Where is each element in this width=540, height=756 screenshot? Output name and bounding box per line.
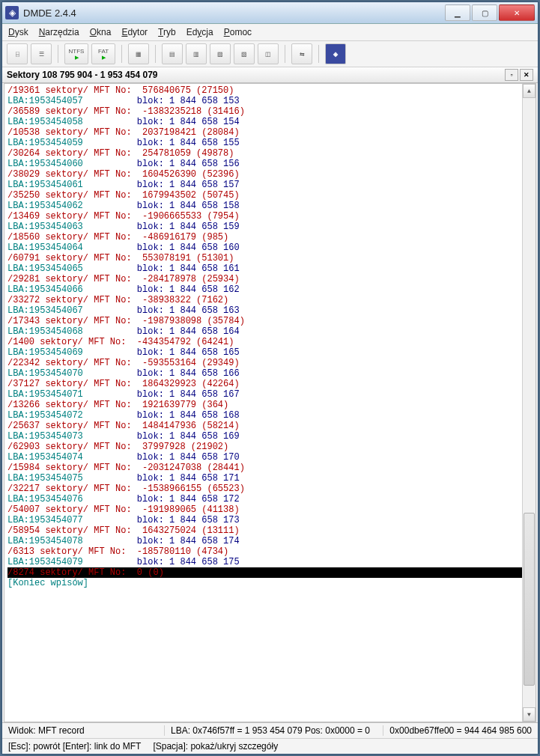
mft-record-lba[interactable]: LBA:1953454068 blok: 1 844 658 164 (7, 326, 533, 337)
separator (121, 45, 122, 63)
ntfs-button[interactable]: NTFS ▶ (64, 43, 88, 64)
mft-record-lba[interactable]: LBA:1953454058 blok: 1 844 658 154 (7, 117, 533, 127)
disk-icon[interactable]: ⌸ (7, 43, 28, 64)
mft-record-header[interactable]: /6313 sektory/ MFT No: -185780110 (4734) (7, 546, 533, 557)
mft-record-lba[interactable]: LBA:1953454066 blok: 1 844 658 162 (7, 284, 533, 295)
status-position: LBA: 0x746f57ff = 1 953 454 079 Pos: 0x0… (165, 725, 383, 736)
mft-record-header[interactable]: /37127 sektory/ MFT No: 1864329923 (4226… (7, 379, 533, 389)
minimize-button[interactable]: ▁ (445, 4, 470, 21)
tool-icon-1[interactable]: ▦ (128, 43, 149, 64)
app-icon: ◈ (5, 6, 19, 19)
mft-record-lba[interactable]: LBA:1953454061 blok: 1 844 658 157 (7, 180, 533, 190)
scroll-down-button[interactable]: ▼ (523, 707, 536, 722)
fat-button[interactable]: FAT ▶ (91, 43, 115, 64)
app-window: ◈ DMDE 2.4.4 ▁ ▢ ✕ Dysk Narzędzia Okna E… (1, 1, 539, 755)
mft-record-selected[interactable]: /8274 sektory/ MFT No: 0 (0) (7, 567, 533, 578)
mft-record-lba[interactable]: LBA:1953454067 blok: 1 844 658 163 (7, 305, 533, 316)
status-hint-esc-enter: [Esc]: powrót [Enter]: link do MFT (8, 741, 141, 752)
mft-record-lba[interactable]: LBA:1953454062 blok: 1 844 658 158 (7, 201, 533, 211)
mft-record-lba[interactable]: LBA:1953454071 blok: 1 844 658 167 (7, 389, 533, 400)
vertical-scrollbar[interactable]: ▲ ▼ (522, 84, 536, 722)
menu-tryb[interactable]: Tryb (158, 27, 176, 37)
panel-header: Sektory 108 795 904 - 1 953 454 079 ▫ ✕ (2, 67, 538, 83)
mft-record-lba[interactable]: LBA:1953454075 blok: 1 844 658 171 (7, 473, 533, 484)
close-button[interactable]: ✕ (499, 4, 535, 21)
mft-record-lba[interactable]: LBA:1953454074 blok: 1 844 658 170 (7, 452, 533, 463)
end-of-records-label: [Koniec wpisów] (7, 578, 533, 588)
toolbar: ⌸ ☰ NTFS ▶ FAT ▶ ▦ ▤ ▥ ▨ ▧ ◫ ⇆ ◈ (2, 41, 538, 67)
status-hint-space: [Spacja]: pokaż/ukryj szczegóły (153, 741, 278, 752)
mft-record-header[interactable]: /35250 sektory/ MFT No: 1679943502 (5074… (7, 190, 533, 201)
play-icon: ▶ (75, 55, 79, 61)
mft-record-lba[interactable]: LBA:1953454063 blok: 1 844 658 159 (7, 222, 533, 232)
mft-record-lba[interactable]: LBA:1953454059 blok: 1 844 658 155 (7, 138, 533, 148)
tool-icon-4[interactable]: ▨ (210, 43, 231, 64)
mft-record-lba[interactable]: LBA:1953454064 blok: 1 844 658 160 (7, 243, 533, 253)
mft-record-lba[interactable]: LBA:1953454065 blok: 1 844 658 161 (7, 263, 533, 274)
mft-record-header[interactable]: /38029 sektory/ MFT No: 1604526390 (5239… (7, 169, 533, 180)
mft-record-lba[interactable]: LBA:1953454076 blok: 1 844 658 172 (7, 494, 533, 504)
status-view: Widok: MFT record (2, 725, 165, 736)
mft-record-header[interactable]: /13266 sektory/ MFT No: 1921639779 (364) (7, 400, 533, 410)
mft-record-header[interactable]: /30264 sektory/ MFT No: 254781059 (49878… (7, 148, 533, 159)
mft-record-header[interactable]: /32217 sektory/ MFT No: -1538966155 (655… (7, 484, 533, 494)
mft-record-header[interactable]: /33272 sektory/ MFT No: -38938322 (7162) (7, 295, 533, 305)
menu-edycja[interactable]: Edycja (186, 27, 213, 37)
mft-record-header[interactable]: /29281 sektory/ MFT No: -284178978 (2593… (7, 274, 533, 284)
menubar: Dysk Narzędzia Okna Edytor Tryb Edycja P… (2, 24, 538, 41)
separator (318, 45, 319, 63)
titlebar[interactable]: ◈ DMDE 2.4.4 ▁ ▢ ✕ (2, 2, 538, 24)
mft-record-lba[interactable]: LBA:1953454057 blok: 1 844 658 153 (7, 96, 533, 106)
menu-dysk[interactable]: Dysk (8, 27, 28, 37)
tool-icon-7[interactable]: ⇆ (291, 43, 312, 64)
scroll-track[interactable] (523, 97, 536, 709)
separator (58, 45, 58, 63)
mft-record-lba[interactable]: LBA:1953454072 blok: 1 844 658 168 (7, 410, 533, 421)
tool-icon-3[interactable]: ▥ (186, 43, 207, 64)
ntfs-label: NTFS (69, 48, 85, 55)
mft-record-header[interactable]: /36589 sektory/ MFT No: -1383235218 (314… (7, 106, 533, 117)
menu-narzedzia[interactable]: Narzędzia (39, 27, 79, 37)
mft-record-lba[interactable]: LBA:1953454069 blok: 1 844 658 165 (7, 347, 533, 358)
statusbar: Widok: MFT record LBA: 0x746f57ff = 1 95… (2, 722, 538, 754)
mft-record-header[interactable]: /60791 sektory/ MFT No: 553078191 (51301… (7, 253, 533, 263)
mft-record-lba[interactable]: LBA:1953454077 blok: 1 844 658 173 (7, 515, 533, 525)
mft-record-header[interactable]: /10538 sektory/ MFT No: 2037198421 (2808… (7, 127, 533, 138)
panel-title: Sektory 108 795 904 - 1 953 454 079 (7, 70, 158, 80)
mft-record-header[interactable]: /54007 sektory/ MFT No: -191989065 (4113… (7, 504, 533, 515)
mft-record-header[interactable]: /1400 sektory/ MFT No: -434354792 (64241… (7, 337, 533, 347)
separator (155, 45, 156, 63)
maximize-button[interactable]: ▢ (472, 4, 497, 21)
mft-record-lba[interactable]: LBA:1953454060 blok: 1 844 658 156 (7, 159, 533, 169)
tool-icon-2[interactable]: ▤ (162, 43, 183, 64)
status-offset: 0x00dbe67ffe00 = 944 464 985 600 (383, 725, 538, 736)
mft-record-header[interactable]: /15984 sektory/ MFT No: -2031247038 (284… (7, 463, 533, 473)
menu-okna[interactable]: Okna (90, 27, 112, 37)
mft-record-header[interactable]: /19361 sektory/ MFT No: 576840675 (27150… (7, 85, 533, 96)
panel-close-button[interactable]: ✕ (520, 69, 533, 81)
menu-pomoc[interactable]: Pomoc (224, 27, 252, 37)
mft-record-header[interactable]: /62903 sektory/ MFT No: 37997928 (21902) (7, 442, 533, 452)
scroll-thumb[interactable] (524, 513, 535, 686)
separator (285, 45, 285, 63)
mft-record-header[interactable]: /22342 sektory/ MFT No: -593553164 (2934… (7, 358, 533, 368)
fat-label: FAT (98, 48, 109, 55)
mft-record-header[interactable]: /25637 sektory/ MFT No: 1484147936 (5821… (7, 421, 533, 431)
tool-icon-5[interactable]: ▧ (234, 43, 255, 64)
mft-record-lba[interactable]: LBA:1953454073 blok: 1 844 658 169 (7, 431, 533, 442)
logo-icon[interactable]: ◈ (325, 43, 346, 64)
mft-record-lba[interactable]: LBA:1953454078 blok: 1 844 658 174 (7, 536, 533, 546)
window-title: DMDE 2.4.4 (23, 7, 443, 19)
disks-icon[interactable]: ☰ (31, 43, 52, 64)
mft-record-header[interactable]: /18560 sektory/ MFT No: -486916179 (985) (7, 232, 533, 243)
play-icon: ▶ (102, 55, 106, 61)
mft-record-header[interactable]: /13469 sektory/ MFT No: -1906665533 (795… (7, 211, 533, 222)
mft-record-header[interactable]: /17343 sektory/ MFT No: -1987938098 (357… (7, 316, 533, 326)
panel-restore-button[interactable]: ▫ (505, 69, 518, 81)
mft-record-lba[interactable]: LBA:1953454070 blok: 1 844 658 166 (7, 368, 533, 379)
content-area[interactable]: /19361 sektory/ MFT No: 576840675 (27150… (4, 83, 536, 722)
menu-edytor[interactable]: Edytor (121, 27, 148, 37)
mft-record-header[interactable]: /58954 sektory/ MFT No: 1643275024 (1311… (7, 525, 533, 536)
mft-record-lba[interactable]: LBA:1953454079 blok: 1 844 658 175 (7, 557, 533, 567)
tool-icon-6[interactable]: ◫ (258, 43, 279, 64)
